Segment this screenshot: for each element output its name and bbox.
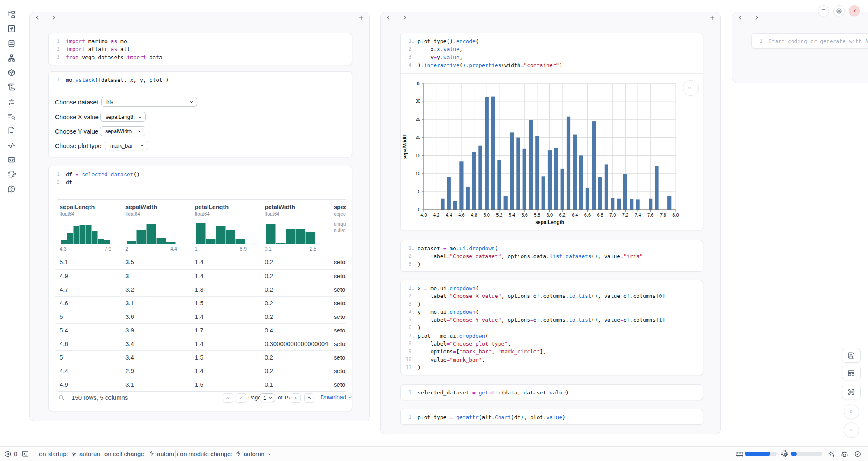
runtime-config-1[interactable]: on cell change:autorun <box>104 447 178 461</box>
terminal-button[interactable] <box>21 447 29 461</box>
fold-chevron-icon[interactable] <box>411 286 415 290</box>
column-next-button[interactable] <box>753 14 760 21</box>
settings-button[interactable] <box>833 5 845 16</box>
page-count-label: of 15 <box>278 394 290 401</box>
log-search-icon[interactable] <box>7 112 16 120</box>
cell-editor[interactable]: 1mo.vstack([dataset, x, y, plot]) <box>49 72 352 88</box>
dropdown-select[interactable]: iris <box>101 97 197 107</box>
memory-usage-bar <box>745 452 777 456</box>
table-row: 4.63.41.40.30000000000000004setosa <box>55 337 346 351</box>
prev-page-button[interactable]: ‹ <box>236 393 246 403</box>
notebook-cell: 1import marimo as mo2import altair as al… <box>48 33 352 65</box>
column-histogram <box>266 222 315 244</box>
dropdown-select[interactable]: mark_bar <box>105 141 148 150</box>
file-text-icon[interactable] <box>7 127 16 135</box>
copilot-icon[interactable] <box>841 447 848 461</box>
first-page-button[interactable]: « <box>223 393 233 403</box>
svg-text:7.0: 7.0 <box>609 212 616 217</box>
cell-editor[interactable]: 1plot_type = getattr(alt.Chart(df), plot… <box>401 409 703 425</box>
next-page-button[interactable]: › <box>291 393 301 403</box>
connection-status-icon[interactable] <box>854 447 861 461</box>
add-cell-button[interactable] <box>358 14 365 21</box>
stop-button[interactable] <box>844 404 859 419</box>
cell-editor[interactable]: 1x = mo.ui.dropdown(2 label="Choose X va… <box>401 280 703 375</box>
run-button[interactable] <box>844 422 859 438</box>
fold-chevron-icon[interactable] <box>411 310 415 313</box>
svg-text:4.4: 4.4 <box>446 212 452 217</box>
fold-chevron-icon[interactable] <box>411 334 415 337</box>
svg-text:6.6: 6.6 <box>584 212 591 217</box>
status-bar: 0on startup:autorunon cell change:autoru… <box>0 446 868 461</box>
column-next-button[interactable] <box>51 14 57 21</box>
altair-chart[interactable]: 4.04.24.44.64.85.05.25.45.65.86.06.26.46… <box>401 74 703 230</box>
dropdown-select[interactable]: sepalWidth <box>100 126 145 136</box>
function-square-icon[interactable] <box>7 25 16 33</box>
ai-assistant-icon[interactable] <box>828 447 835 461</box>
runtime-config-2[interactable]: on module change:autorun <box>180 447 272 461</box>
svg-text:7.4: 7.4 <box>635 212 641 217</box>
scroll-text-icon[interactable] <box>7 83 16 91</box>
table-row: 5.13.51.40.2setosa <box>55 256 346 269</box>
table-column-header[interactable]: petalWidthfloat640.12.5 <box>261 200 330 256</box>
last-page-button[interactable]: » <box>304 393 314 403</box>
svg-text:5.6: 5.6 <box>522 212 528 217</box>
svg-text:6.2: 6.2 <box>559 212 566 217</box>
package-icon[interactable] <box>7 69 16 77</box>
org-chart-icon[interactable] <box>7 54 16 62</box>
svg-text:6.8: 6.8 <box>597 212 603 217</box>
dropdown-label: Choose X value <box>55 113 99 120</box>
download-button[interactable]: Download <box>321 394 352 401</box>
save-button[interactable] <box>842 348 861 363</box>
fold-chevron-icon[interactable] <box>411 39 415 43</box>
database-icon[interactable] <box>7 39 16 48</box>
chart-actions-button[interactable] <box>683 80 699 96</box>
runtime-config-0[interactable]: on startup:autorun <box>39 447 100 461</box>
page-select[interactable]: 1 <box>260 393 275 402</box>
table-column-header[interactable]: sepalLengthfloat644.37.9 <box>55 200 121 256</box>
add-cell-button[interactable] <box>709 14 716 21</box>
fold-chevron-icon[interactable] <box>411 246 415 250</box>
table-column-header[interactable]: speciesobjectunique:nulls: <box>330 200 346 256</box>
svg-text:5.0: 5.0 <box>484 212 490 217</box>
notebook-cell: 1plot_type().encode(2 x=x.value,3 y=y.va… <box>400 33 703 230</box>
svg-text:4.8: 4.8 <box>471 212 477 217</box>
table-column-header[interactable]: sepalWidthfloat6424.4 <box>121 200 191 256</box>
column-prev-button[interactable] <box>737 14 743 21</box>
svg-text:15: 15 <box>416 153 420 158</box>
column-next-button[interactable] <box>402 14 408 21</box>
table-row: 4.63.11.50.2setosa <box>55 296 346 310</box>
layout-button[interactable] <box>842 366 861 380</box>
dropdown-value: mark_bar <box>105 143 140 149</box>
cpu-icon <box>781 447 789 461</box>
search-icon[interactable] <box>58 394 65 401</box>
cell-editor[interactable]: 1dataset = mo.ui.dropdown(2 label="Choos… <box>401 240 703 272</box>
activity-icon[interactable] <box>7 141 16 150</box>
snippet-icon[interactable] <box>7 156 16 164</box>
cell-editor[interactable]: 1df = selected_dataset()2df <box>49 166 352 191</box>
notebook-pen-icon[interactable] <box>7 170 16 178</box>
file-tree-icon[interactable] <box>7 10 16 18</box>
marimo-app: 1import marimo as mo2import altair as al… <box>0 0 868 461</box>
table-row: 53.41.50.2setosa <box>55 350 346 364</box>
shutdown-button[interactable] <box>849 5 860 16</box>
svg-text:0: 0 <box>418 207 420 212</box>
notebook-cell: 1selected_dataset = getattr(data, datase… <box>400 384 703 400</box>
cell-editor[interactable]: 1plot_type().encode(2 x=x.value,3 y=y.va… <box>401 33 703 73</box>
table-row: 4.93.11.50.1setosa <box>55 378 346 392</box>
error-indicator[interactable]: 0 <box>4 447 17 461</box>
column-prev-button[interactable] <box>34 14 41 21</box>
bot-icon[interactable] <box>7 97 16 106</box>
menu-button[interactable] <box>818 5 829 16</box>
keyboard-shortcuts-button[interactable] <box>842 385 861 399</box>
table-column-header[interactable]: petalLengthfloat6416.9 <box>191 200 261 256</box>
scratchpad-editor[interactable]: 1Start coding or generate with AI. <box>752 34 868 49</box>
column-histogram <box>61 222 110 244</box>
panel-column-1: 1import marimo as mo2import altair as al… <box>29 12 370 421</box>
cell-editor[interactable]: 1import marimo as mo2import altair as al… <box>49 33 352 65</box>
svg-text:sepalLength: sepalLength <box>535 219 564 225</box>
dropdown-label: Choose plot type <box>55 142 102 149</box>
cell-editor[interactable]: 1selected_dataset = getattr(data, datase… <box>401 385 703 400</box>
help-circle-icon[interactable] <box>7 185 16 193</box>
column-prev-button[interactable] <box>385 14 392 21</box>
dropdown-select[interactable]: sepalLength <box>100 112 146 122</box>
